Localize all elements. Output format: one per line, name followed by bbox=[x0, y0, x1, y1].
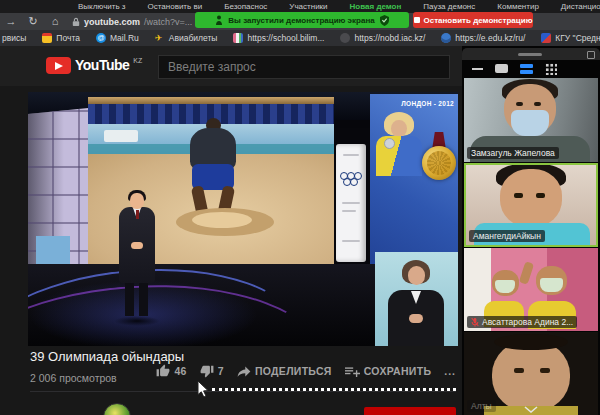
bookmark-eedu[interactable]: https://e.edu.kz/ru/ bbox=[441, 33, 525, 43]
globe-icon bbox=[441, 33, 451, 43]
presenter-icon bbox=[215, 15, 223, 25]
share-button[interactable]: ПОДЕЛИТЬСЯ bbox=[237, 365, 332, 378]
event-caption: ЛОНДОН - 2012 bbox=[401, 100, 454, 107]
video-title: 39 Олимпиада ойындары bbox=[30, 349, 184, 364]
youtube-play-icon bbox=[46, 57, 71, 74]
participant-tile[interactable]: Замзагуль Жапелова bbox=[464, 78, 598, 162]
shield-icon bbox=[380, 15, 389, 26]
gallery-view-icon[interactable] bbox=[520, 64, 533, 74]
participant-name-label: Замзагуль Жапелова bbox=[467, 147, 559, 159]
stop-video-button[interactable]: Остановить ви bbox=[148, 0, 203, 13]
more-icon: ... bbox=[444, 365, 456, 377]
kgu-icon bbox=[541, 33, 551, 43]
video-player[interactable]: ЛОНДОН - 2012 ОЛЬГА РЫПАКОВА bbox=[28, 92, 458, 346]
search-input[interactable] bbox=[158, 55, 450, 79]
stop-icon bbox=[414, 17, 420, 23]
section-divider bbox=[30, 391, 456, 392]
forward-icon[interactable]: → bbox=[0, 13, 22, 30]
home-icon[interactable]: ⌂ bbox=[44, 13, 66, 30]
bookmark-mailru[interactable]: @Mail.Ru bbox=[96, 33, 139, 43]
share-label: ПОДЕЛИТЬСЯ bbox=[255, 365, 332, 377]
bookmark-school-bilim[interactable]: https://school.bilim... bbox=[233, 33, 324, 43]
bookmark-nobd[interactable]: https://nobd.iac.kz/ bbox=[340, 33, 425, 43]
mail-icon bbox=[42, 33, 52, 43]
channel-avatar[interactable] bbox=[103, 403, 131, 415]
bookmarks-bar: рвисы Почта @Mail.Ru ✈Авиабилеты https:/… bbox=[0, 30, 600, 46]
school-bilim-icon bbox=[233, 33, 243, 43]
youtube-logo[interactable]: YouTube KZ bbox=[46, 57, 142, 74]
dislike-button[interactable]: 7 bbox=[200, 364, 224, 378]
remote-control-button[interactable]: Дистанционное у bbox=[561, 0, 600, 13]
bookmark-kgu[interactable]: КГУ "Средняя общ... bbox=[541, 33, 600, 43]
sign-language-interpreter bbox=[375, 252, 458, 346]
screen: Выключить з Остановить ви Безопаснос Уча… bbox=[0, 0, 600, 415]
bookmark-mail[interactable]: Почта bbox=[42, 33, 80, 43]
video-actions: 46 7 ПОДЕЛИТЬСЯ СОХРАНИТЬ ... bbox=[150, 364, 456, 378]
share-banner-text: Вы запустили демонстрацию экрана bbox=[228, 16, 374, 25]
thumb-up-icon bbox=[156, 364, 170, 378]
youtube-logo-text: YouTube bbox=[75, 57, 129, 74]
stop-share-label: Остановить демонстрацию bbox=[424, 16, 533, 25]
save-button[interactable]: СОХРАНИТЬ bbox=[345, 365, 432, 378]
participant-tile-active[interactable]: АмангелдиАйкын bbox=[464, 163, 598, 247]
reload-icon[interactable]: ↻ bbox=[22, 13, 44, 30]
expand-icon[interactable] bbox=[587, 51, 595, 59]
drag-handle[interactable] bbox=[518, 53, 542, 56]
annotation-dotted-line bbox=[212, 388, 456, 391]
video-panel-titlebar[interactable] bbox=[462, 48, 600, 60]
more-actions-button[interactable]: ... bbox=[444, 365, 456, 377]
like-count: 46 bbox=[174, 365, 186, 377]
participant-tile[interactable]: Алты bbox=[464, 332, 598, 415]
playlist-add-icon bbox=[345, 365, 360, 378]
screen-share-banner: Вы запустили демонстрацию экрана bbox=[195, 12, 409, 28]
save-label: СОХРАНИТЬ bbox=[364, 365, 432, 377]
speaker-view-icon[interactable] bbox=[495, 64, 508, 73]
olympic-rings-banner bbox=[336, 144, 366, 262]
share-icon bbox=[237, 365, 251, 378]
url-path: /watch?v=... bbox=[144, 17, 192, 27]
url-host: youtube.com bbox=[84, 17, 140, 27]
subscribe-button[interactable] bbox=[364, 407, 456, 415]
participant-tile[interactable]: Авсаттарова Адина 2... bbox=[464, 248, 598, 331]
view-controls bbox=[462, 60, 600, 77]
mouse-cursor bbox=[197, 381, 209, 398]
bookmark-services[interactable]: рвисы bbox=[2, 33, 26, 43]
like-button[interactable]: 46 bbox=[156, 364, 186, 378]
plane-icon: ✈ bbox=[155, 33, 165, 43]
gold-medal bbox=[422, 146, 456, 180]
participant-name-label: Авсаттарова Адина 2... bbox=[467, 316, 577, 328]
nobd-icon bbox=[340, 33, 350, 43]
thumb-down-icon bbox=[200, 364, 214, 378]
mailru-icon: @ bbox=[96, 33, 106, 43]
dislike-count: 7 bbox=[218, 365, 224, 377]
youtube-region-badge: KZ bbox=[133, 57, 142, 65]
view-count: 2 006 просмотров bbox=[30, 372, 117, 384]
lock-icon bbox=[72, 17, 80, 27]
participant-name-label: АмангелдиАйкын bbox=[469, 230, 545, 242]
stop-share-button[interactable]: Остановить демонстрацию bbox=[413, 12, 533, 28]
grid-view-icon[interactable] bbox=[545, 63, 557, 75]
minimize-icon[interactable] bbox=[472, 68, 483, 70]
virtual-presenter-avatar bbox=[114, 190, 160, 332]
chevron-down-icon[interactable] bbox=[524, 406, 538, 413]
mute-button[interactable]: Выключить з bbox=[78, 0, 126, 13]
participant-name-label: Алты bbox=[467, 400, 496, 412]
mic-off-icon bbox=[471, 317, 479, 327]
address-bar[interactable]: youtube.com/watch?v=... bbox=[72, 17, 192, 27]
bookmark-avia[interactable]: ✈Авиабилеты bbox=[155, 33, 218, 43]
meeting-video-panel: Замзагуль Жапелова АмангелдиАйкын bbox=[462, 46, 600, 415]
